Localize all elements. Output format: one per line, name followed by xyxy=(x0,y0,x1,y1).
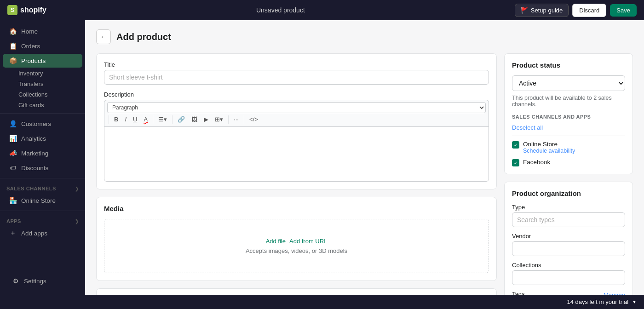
trial-text: 14 days left in your trial xyxy=(567,298,628,305)
title-description-card: Title Description Paragraph B I U xyxy=(96,53,497,189)
channels-section: SALES CHANNELS AND APPS Deselect all ✓ O… xyxy=(512,114,625,166)
channel-facebook-checkbox[interactable]: ✓ xyxy=(512,159,519,166)
page-title: Add product xyxy=(116,32,171,42)
toolbar-divider-4 xyxy=(228,115,229,124)
sidebar-item-label: Customers xyxy=(21,120,51,127)
media-card: Media Add file Add from URL Accepts imag… xyxy=(96,197,497,281)
sidebar-item-discounts[interactable]: 🏷 Discounts xyxy=(3,161,82,175)
sales-channels-label: Sales channels xyxy=(6,186,56,191)
code-button[interactable]: </> xyxy=(247,114,261,125)
sidebar-item-home[interactable]: 🏠 Home xyxy=(3,24,82,38)
sidebar-item-label: Orders xyxy=(21,43,40,50)
deselect-all-button[interactable]: Deselect all xyxy=(512,124,543,131)
link-button[interactable]: 🔗 xyxy=(175,114,188,125)
topnav: S shopify Unsaved product 🚩 Setup guide … xyxy=(0,0,644,20)
orders-icon: 📋 xyxy=(9,42,17,50)
channel-facebook-info: Facebook xyxy=(523,159,550,166)
channel-online-store-info: Online Store Schedule availability xyxy=(523,141,575,154)
sidebar-item-add-apps[interactable]: ＋ Add apps xyxy=(3,226,82,240)
products-icon: 📦 xyxy=(9,57,17,64)
add-from-url-button[interactable]: Add from URL xyxy=(289,238,327,245)
sidebar-item-orders[interactable]: 📋 Orders xyxy=(3,39,82,53)
sidebar-divider-2 xyxy=(0,178,85,178)
manage-tags-button[interactable]: Manage xyxy=(604,292,625,295)
media-add-links: Add file Add from URL xyxy=(114,238,479,245)
apps-expand-icon: ❯ xyxy=(75,219,79,224)
shopify-logo-text: shopify xyxy=(20,6,46,14)
vendor-label: Vendor xyxy=(512,233,625,240)
setup-guide-button[interactable]: 🚩 Setup guide xyxy=(515,4,569,17)
discard-button[interactable]: Discard xyxy=(572,4,606,17)
add-apps-icon: ＋ xyxy=(9,229,17,237)
sidebar-item-marketing[interactable]: 📣 Marketing xyxy=(3,146,82,160)
sidebar-item-giftcards[interactable]: Gift cards xyxy=(0,100,85,110)
sidebar-item-products[interactable]: 📦 Products xyxy=(3,54,82,68)
description-label: Description xyxy=(104,91,489,98)
table-button[interactable]: ⊞▾ xyxy=(212,114,226,125)
schedule-availability-link[interactable]: Schedule availability xyxy=(523,148,575,154)
description-section: Description Paragraph B I U A ☰▾ xyxy=(104,91,489,182)
channel-facebook: ✓ Facebook xyxy=(512,159,625,166)
sidebar-item-label: Marketing xyxy=(21,150,48,157)
channel-online-store-name: Online Store xyxy=(523,141,575,148)
sidebar-item-transfers[interactable]: Transfers xyxy=(0,79,85,89)
customers-icon: 👤 xyxy=(9,120,17,127)
marketing-icon: 📣 xyxy=(9,149,17,157)
trial-bar: 14 days left in your trial ▼ xyxy=(0,295,644,309)
underline-button[interactable]: U xyxy=(130,114,140,125)
status-note: This product will be available to 2 sale… xyxy=(512,95,625,108)
align-button[interactable]: ☰▾ xyxy=(155,114,170,125)
main-column: Title Description Paragraph B I U xyxy=(96,53,497,295)
text-color-button[interactable]: A xyxy=(141,114,150,125)
sidebar-item-online-store[interactable]: 🏪 Online Store xyxy=(3,194,82,207)
back-button[interactable]: ← xyxy=(96,29,111,44)
type-field: Type xyxy=(512,204,625,227)
sidebar-item-label: Settings xyxy=(24,278,46,285)
tags-field: Tags Manage xyxy=(512,291,625,295)
vendor-field: Vendor xyxy=(512,233,625,256)
page-header: ← Add product xyxy=(96,29,633,44)
media-dropzone[interactable]: Add file Add from URL Accepts images, vi… xyxy=(104,219,489,273)
sidebar-item-customers[interactable]: 👤 Customers xyxy=(3,117,82,131)
media-title: Media xyxy=(104,205,489,212)
channels-divider xyxy=(512,136,625,136)
trial-expand-icon: ▼ xyxy=(632,299,637,304)
collections-label: Collections xyxy=(512,262,625,269)
add-file-button[interactable]: Add file xyxy=(266,238,286,245)
toolbar-divider-3 xyxy=(172,115,172,124)
type-input[interactable] xyxy=(512,212,625,227)
vendor-input[interactable] xyxy=(512,241,625,256)
channel-online-store-checkbox[interactable]: ✓ xyxy=(512,141,519,149)
title-input[interactable] xyxy=(104,70,489,85)
sidebar-item-settings[interactable]: ⚙ Settings xyxy=(6,274,80,288)
sidebar-item-inventory[interactable]: Inventory xyxy=(0,68,85,79)
save-button[interactable]: Save xyxy=(610,4,637,17)
image-button[interactable]: 🖼 xyxy=(189,114,200,125)
sidebar-item-label: Products xyxy=(21,57,46,64)
italic-button[interactable]: I xyxy=(122,114,129,125)
bold-button[interactable]: B xyxy=(111,114,121,125)
video-button[interactable]: ▶ xyxy=(201,114,211,125)
topnav-actions: 🚩 Setup guide Discard Save xyxy=(515,4,637,17)
sidebar-item-collections[interactable]: Collections xyxy=(0,89,85,100)
sidebar-divider-1 xyxy=(0,113,85,114)
check-icon-fb: ✓ xyxy=(514,160,518,166)
collections-input[interactable] xyxy=(512,270,625,285)
sidebar-item-analytics[interactable]: 📊 Analytics xyxy=(3,132,82,145)
topnav-left: S shopify xyxy=(7,5,46,15)
product-status-card: Product status ActiveDraft This product … xyxy=(504,53,633,174)
home-icon: 🏠 xyxy=(9,28,17,35)
description-editor[interactable] xyxy=(104,126,489,182)
more-button[interactable]: ··· xyxy=(231,114,242,125)
paragraph-select[interactable]: Paragraph xyxy=(107,102,486,113)
editor-toolbar: Paragraph B I U A ☰▾ 🔗 🖼 ▶ xyxy=(104,100,489,126)
online-store-icon: 🏪 xyxy=(9,197,17,204)
channel-online-store: ✓ Online Store Schedule availability xyxy=(512,141,625,154)
sidebar-item-label: Online Store xyxy=(21,197,56,204)
tags-header: Tags Manage xyxy=(512,291,625,295)
collections-field: Collections xyxy=(512,262,625,285)
sidebar-divider-3 xyxy=(0,211,85,211)
status-select[interactable]: ActiveDraft xyxy=(512,75,625,91)
sidebar-item-label: Discounts xyxy=(21,165,48,172)
product-org-card: Product organization Type Vendor Collect… xyxy=(504,182,633,295)
